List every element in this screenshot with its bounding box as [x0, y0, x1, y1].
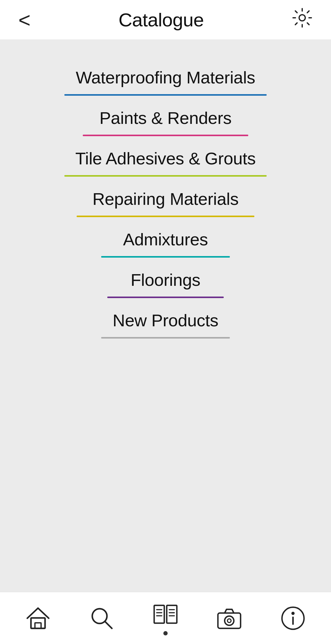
svg-point-0 [299, 15, 305, 21]
svg-point-14 [225, 616, 234, 625]
nav-item-home[interactable] [6, 604, 70, 632]
category-line-waterproofing [64, 94, 267, 96]
category-item-new-products[interactable]: New Products [0, 301, 331, 342]
svg-line-4 [105, 622, 112, 628]
svg-rect-2 [35, 623, 41, 628]
category-label-new-products: New Products [113, 310, 219, 330]
svg-rect-6 [167, 605, 177, 623]
nav-item-camera[interactable] [197, 604, 261, 632]
category-line-new-products [101, 337, 230, 339]
nav-active-dot [163, 631, 168, 635]
svg-rect-13 [218, 613, 241, 628]
category-line-paints-renders [83, 135, 248, 136]
category-line-repairing-materials [77, 216, 254, 217]
category-label-repairing-materials: Repairing Materials [93, 189, 239, 209]
settings-icon[interactable] [289, 4, 316, 36]
category-line-admixtures [101, 256, 230, 258]
category-item-floorings[interactable]: Floorings [0, 261, 331, 301]
category-line-floorings [107, 297, 224, 298]
category-label-paints-renders: Paints & Renders [100, 108, 232, 128]
nav-item-info[interactable] [261, 604, 325, 632]
category-label-tile-adhesives: Tile Adhesives & Grouts [75, 148, 256, 168]
category-item-admixtures[interactable]: Admixtures [0, 220, 331, 261]
content-area: Waterproofing MaterialsPaints & RendersT… [0, 40, 331, 592]
nav-item-catalogue[interactable] [134, 601, 197, 635]
category-item-repairing-materials[interactable]: Repairing Materials [0, 180, 331, 220]
category-line-tile-adhesives [64, 175, 267, 177]
category-label-admixtures: Admixtures [123, 229, 208, 249]
category-label-floorings: Floorings [131, 270, 200, 290]
category-item-waterproofing[interactable]: Waterproofing Materials [0, 58, 331, 99]
svg-rect-5 [154, 605, 164, 623]
category-item-tile-adhesives[interactable]: Tile Adhesives & Grouts [0, 139, 331, 180]
category-label-waterproofing: Waterproofing Materials [76, 67, 255, 87]
nav-item-search[interactable] [70, 604, 134, 632]
svg-point-15 [227, 619, 231, 623]
category-item-paints-renders[interactable]: Paints & Renders [0, 99, 331, 139]
svg-point-18 [292, 612, 294, 614]
bottom-navigation [0, 592, 331, 644]
back-button[interactable]: < [15, 6, 34, 33]
header: < Catalogue [0, 0, 331, 40]
page-title: Catalogue [119, 9, 204, 31]
